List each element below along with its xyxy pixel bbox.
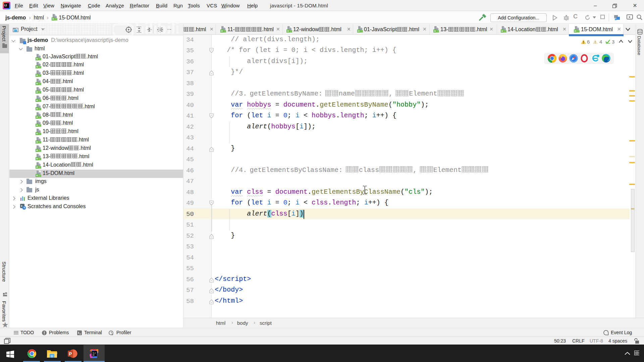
- svg-text:P: P: [69, 351, 72, 356]
- svg-text:IJ: IJ: [93, 352, 96, 355]
